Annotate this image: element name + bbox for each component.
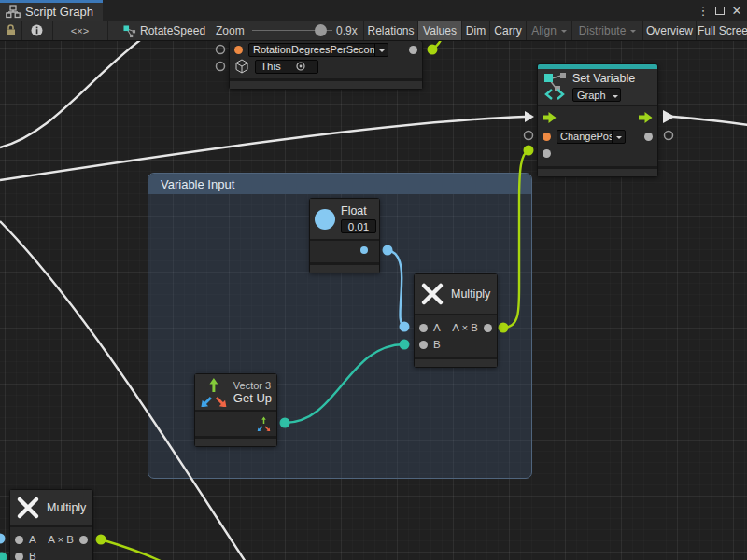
node-vector3-get-up[interactable]: Vector 3 Get Up xyxy=(194,373,277,447)
node-type-label: Vector 3 xyxy=(233,380,272,391)
overview-button[interactable]: Overview xyxy=(643,21,696,40)
lock-icon xyxy=(6,24,16,36)
node-footer xyxy=(195,436,276,446)
wire-blue-float-to-multiply[interactable] xyxy=(388,250,404,327)
wire-end-dot xyxy=(280,418,290,428)
fullscreen-button[interactable]: Full Scree xyxy=(697,21,747,40)
node-footer xyxy=(538,166,657,176)
vector3-out-port[interactable] xyxy=(257,416,271,431)
multiply-icon xyxy=(420,282,444,306)
node-set-variable[interactable]: Set Variable Graph ChangePos xyxy=(537,63,658,177)
wire-lime-multiply-to-setvariable[interactable] xyxy=(503,150,529,328)
unconnected-port[interactable] xyxy=(217,46,225,54)
zoom-value: 0.9x xyxy=(336,21,358,40)
gameobject-cube-icon xyxy=(234,59,249,74)
wire-end-dot xyxy=(400,340,410,350)
zoom-slider-handle[interactable] xyxy=(315,24,327,36)
dropdown-caret[interactable] xyxy=(610,89,620,101)
unconnected-port[interactable] xyxy=(525,132,533,140)
port-a[interactable] xyxy=(15,536,23,544)
window-titlebar: Script Graph ⋮ ✕ xyxy=(0,0,747,21)
wire-arrowhead xyxy=(525,111,534,122)
node-title: Get Up xyxy=(233,391,272,405)
zoom-label: Zoom xyxy=(216,21,245,40)
node-footer xyxy=(415,357,497,367)
port-result[interactable] xyxy=(79,536,88,544)
align-dropdown[interactable]: Align xyxy=(527,21,571,40)
variable-name-dropdown[interactable]: RotationDegreesPerSecond xyxy=(248,43,388,57)
window-menu-icon[interactable]: ⋮ xyxy=(695,4,712,18)
node-title: Multiply xyxy=(451,287,490,301)
node-footer xyxy=(230,78,422,89)
wire-lime-bottom[interactable] xyxy=(101,539,161,560)
port-result[interactable] xyxy=(484,324,492,332)
graph-canvas[interactable]: Variable Input xyxy=(0,41,747,560)
flow-out-port[interactable] xyxy=(639,112,653,123)
variable-scope-dropdown[interactable]: Graph xyxy=(572,88,621,102)
lock-button[interactable] xyxy=(0,21,21,40)
graph-reference-breadcrumb[interactable]: RotateSpeed xyxy=(140,21,205,40)
port-value-out[interactable] xyxy=(360,246,368,254)
port-b[interactable] xyxy=(15,553,23,560)
node-title: Multiply xyxy=(47,501,86,514)
port-a[interactable] xyxy=(419,324,428,332)
port-variable-name[interactable] xyxy=(234,46,243,54)
port-value-out[interactable] xyxy=(409,46,417,54)
object-picker-icon[interactable] xyxy=(296,62,305,71)
multiply-icon xyxy=(16,496,40,520)
node-multiply[interactable]: Multiply A A × B B xyxy=(414,273,498,368)
flow-in-port[interactable] xyxy=(543,112,557,123)
node-multiply-2[interactable]: Multiply A A × B B xyxy=(9,489,93,560)
unconnected-port[interactable] xyxy=(217,63,225,71)
node-get-variable[interactable]: RotationDegreesPerSecond This xyxy=(229,41,423,90)
close-icon[interactable]: ✕ xyxy=(728,4,745,18)
wire-white-out-setvariable[interactable] xyxy=(673,117,747,125)
float-type-icon xyxy=(315,209,335,230)
maximize-icon[interactable] xyxy=(712,4,728,18)
node-float[interactable]: Float 0.01 xyxy=(309,198,380,273)
carry-button[interactable]: Carry xyxy=(490,21,526,40)
wire-end-dot xyxy=(383,245,393,256)
wire-end-dot xyxy=(0,534,6,544)
dropdown-caret[interactable] xyxy=(612,131,625,143)
graph-reference-icon xyxy=(123,25,136,38)
vector3-icon xyxy=(200,377,228,407)
wire-end-dot xyxy=(400,322,410,332)
target-object-field[interactable]: This xyxy=(255,60,318,74)
port-value-out[interactable] xyxy=(644,133,653,141)
wire-end-dot xyxy=(428,45,438,55)
node-title: Set Variable xyxy=(572,72,635,86)
node-title: Float xyxy=(341,204,376,217)
dim-button[interactable]: Dim xyxy=(462,21,489,40)
node-footer xyxy=(310,262,379,273)
wire-white-topleft[interactable] xyxy=(0,41,144,147)
wire-white-into-setvariable[interactable] xyxy=(0,117,525,180)
info-button[interactable] xyxy=(21,21,52,40)
distribute-dropdown[interactable]: Distribute xyxy=(572,21,642,40)
wire-end-dot xyxy=(96,535,106,545)
wire-end-dot xyxy=(0,553,7,560)
float-value-field[interactable]: 0.01 xyxy=(341,219,376,233)
port-value-in[interactable] xyxy=(543,149,551,158)
values-button[interactable]: Values xyxy=(418,21,461,40)
script-graph-icon xyxy=(6,5,21,19)
graph-toolbar: <×> RotateSpeed Zoom 0.9x Relations Valu… xyxy=(0,21,747,41)
code-view-button[interactable]: <×> xyxy=(52,21,107,40)
unconnected-port[interactable] xyxy=(665,132,673,140)
relations-button[interactable]: Relations xyxy=(364,21,417,40)
port-b[interactable] xyxy=(419,341,428,349)
wire-end-dot xyxy=(524,146,534,156)
tab-title: Script Graph xyxy=(25,5,93,19)
set-variable-icon xyxy=(543,72,568,100)
tab-script-graph[interactable]: Script Graph xyxy=(0,0,103,21)
wire-teal-vector3-to-multiply[interactable] xyxy=(285,344,404,423)
info-icon xyxy=(31,24,43,36)
wire-end-dot xyxy=(499,323,509,333)
port-variable-name[interactable] xyxy=(543,133,551,141)
dropdown-caret[interactable] xyxy=(374,44,388,56)
variable-name-dropdown[interactable]: ChangePos xyxy=(557,130,626,144)
